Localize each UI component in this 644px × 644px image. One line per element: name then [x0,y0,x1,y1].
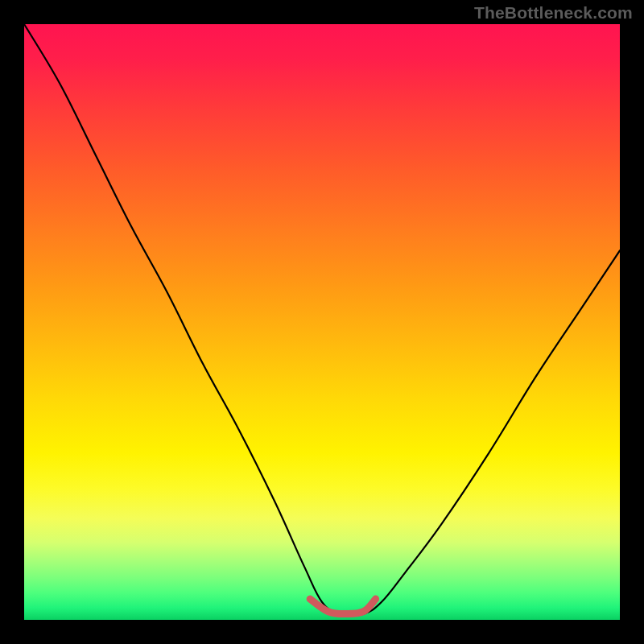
valley-highlight-path [310,599,375,614]
watermark-text: TheBottleneck.com [474,3,633,23]
plot-area [24,24,620,620]
chart-stage: TheBottleneck.com [0,0,644,644]
bottleneck-curve-path [24,24,620,616]
curve-svg [24,24,620,620]
